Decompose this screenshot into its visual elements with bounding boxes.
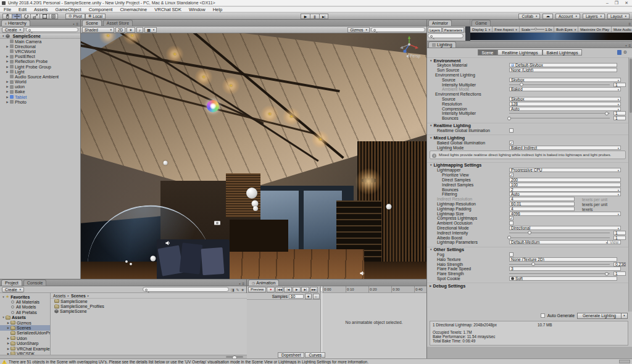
panel-menu-icon[interactable]: ≡ <box>76 22 78 26</box>
text-field[interactable]: 100 <box>509 183 621 187</box>
tree-item-scenes[interactable]: ▶Scenes <box>0 325 50 330</box>
gizmos-dropdown[interactable]: Gizmos▾ <box>347 27 370 33</box>
light-gizmo-icon[interactable]: ☀ <box>172 51 177 57</box>
hierarchy-item-vrcworld[interactable]: VRCWorld <box>0 49 80 54</box>
checkbox[interactable] <box>509 128 514 133</box>
speaker-gizmo-icon[interactable] <box>165 241 171 247</box>
foldout-icon[interactable]: ▼ <box>1 296 6 299</box>
slider-track[interactable] <box>509 233 610 233</box>
aspect-dropdown[interactable]: Free Aspect▾ <box>493 27 519 32</box>
scene-viewport[interactable]: ☀☀☀☀☀☀☀☀ Persp <box>81 33 426 279</box>
hierarchy-item-main-camera[interactable]: Main Camera <box>0 39 80 44</box>
checkbox[interactable] <box>509 252 514 257</box>
tree-item-serializedudonprograms[interactable]: SerializedUdonPrograms <box>0 331 50 336</box>
menu-component[interactable]: Component <box>85 7 117 12</box>
slider-thumb[interactable] <box>531 262 535 266</box>
animator-parameters-button[interactable]: Parameters <box>443 27 464 33</box>
slider-track[interactable] <box>509 113 610 114</box>
move-tool[interactable] <box>12 14 21 19</box>
shading-mode-dropdown[interactable]: Shaded▾ <box>82 27 114 33</box>
tab-console[interactable]: Console <box>23 279 47 286</box>
menu-file[interactable]: File <box>0 7 15 12</box>
checkbox[interactable]: ✓ <box>509 141 514 145</box>
status-bar[interactable]: There are 51 objects in the Scene with o… <box>0 358 632 364</box>
tree-item-udon[interactable]: ▶Udon <box>0 336 50 341</box>
lighting-tab-scene[interactable]: Scene <box>478 49 498 56</box>
dropdown-field[interactable]: Baked Indirect▾ <box>509 146 621 150</box>
dropdown-field[interactable]: Skybox▾ <box>509 97 621 101</box>
dropdown-field[interactable]: Auto▾ <box>509 107 621 111</box>
object-field[interactable]: Soft <box>509 276 617 281</box>
tree-item-favorites[interactable]: ▼★Favorites <box>0 294 50 299</box>
tab-hierarchy[interactable]: ≡Hierarchy <box>1 20 30 26</box>
dropdown-field[interactable]: Default-Medium▾ <box>509 240 609 244</box>
maximize-on-play-toggle[interactable]: Maximize On Play <box>578 27 612 32</box>
foldout-icon[interactable]: ▶ <box>5 55 10 58</box>
hierarchy-item-world[interactable]: ▶World <box>0 80 80 85</box>
speaker-gizmo-icon[interactable] <box>360 271 365 278</box>
foldout-icon[interactable]: ▶ <box>6 337 10 340</box>
lighting-section-mixed-lighting[interactable]: ▼Mixed Lighting <box>427 134 628 140</box>
tree-item-gizmos[interactable]: ▶Gizmos <box>0 320 50 325</box>
light-gizmo-icon[interactable]: ☀ <box>289 114 294 120</box>
generate-dropdown-arrow[interactable]: ▾ <box>622 313 628 319</box>
animator-layers-button[interactable]: Layers <box>428 27 442 33</box>
scale-slider[interactable]: Scale1.0x <box>520 27 554 32</box>
slider-thumb[interactable] <box>528 231 531 234</box>
search-by-label-icon[interactable]: ✎ <box>236 287 239 292</box>
slider-value-field[interactable]: 1 <box>613 236 626 240</box>
lock-icon[interactable]: ▪ <box>73 22 74 26</box>
tab-animation[interactable]: ◷Animation <box>248 279 279 286</box>
dropdown-field[interactable]: Directional▾ <box>509 226 621 230</box>
menu-assets[interactable]: Assets <box>30 7 52 12</box>
thumbnail-size-slider[interactable] <box>226 356 243 358</box>
play-button[interactable]: ▶ <box>301 14 310 19</box>
step-button[interactable]: ▶| <box>319 14 328 19</box>
tree-item-all-prefabs[interactable]: All Prefabs <box>0 310 50 315</box>
lighting-section-lightmapping-settings[interactable]: ▼Lightmapping Settings <box>427 162 628 168</box>
tree-item-all-models[interactable]: All Models <box>0 305 50 310</box>
text-field[interactable]: 4 <box>509 197 575 201</box>
dropdown-field[interactable]: 4096▾ <box>509 212 621 216</box>
tab-asset-store[interactable]: Asset Store <box>103 20 133 26</box>
presets-gear-icon[interactable]: ⚙ <box>623 50 627 55</box>
lighting-tab-baked-lightmaps[interactable]: Baked Lightmaps <box>543 49 583 56</box>
pause-button[interactable]: || <box>310 14 319 19</box>
dropdown-field[interactable]: Baked▾ <box>509 87 621 91</box>
game-viewport[interactable] <box>470 33 632 40</box>
view-button[interactable]: View <box>607 240 621 244</box>
tab-lighting[interactable]: Lighting <box>428 41 456 48</box>
hierarchy-item-directional[interactable]: ▶Directional <box>0 44 80 49</box>
transform-tool[interactable] <box>49 14 58 19</box>
light-probe-gizmo[interactable] <box>130 263 132 265</box>
slider-thumb[interactable] <box>507 236 511 239</box>
slider-value-field[interactable]: 1 <box>613 83 626 87</box>
light-gizmo-icon[interactable]: ☀ <box>201 74 206 80</box>
foldout-icon[interactable]: ▶ <box>6 347 10 350</box>
foldout-icon[interactable]: ▶ <box>5 60 10 63</box>
light-gizmo-icon[interactable]: ☀ <box>318 136 323 143</box>
slider-value-field[interactable]: 1 <box>613 271 626 276</box>
slider-value-field[interactable]: 1 <box>613 231 626 235</box>
display-dropdown[interactable]: Display 1▾ <box>470 27 493 32</box>
animator-search-input[interactable] <box>428 33 464 38</box>
persp-toggle-icon[interactable] <box>406 54 409 58</box>
dropdown-field[interactable]: 128▾ <box>509 102 621 106</box>
slider-value-field[interactable]: 1 <box>613 111 626 115</box>
foldout-icon[interactable]: ▶ <box>5 85 10 88</box>
menu-vrchat-sdk[interactable]: VRChat SDK <box>151 7 185 12</box>
close-button[interactable]: ✕ <box>625 1 628 6</box>
maximize-button[interactable]: ❐ <box>615 1 618 6</box>
foldout-icon[interactable]: ▶ <box>5 70 10 73</box>
slider-thumb[interactable] <box>605 272 609 276</box>
foldout-icon[interactable]: ▼ <box>1 316 6 319</box>
checkbox[interactable]: ✓ <box>509 173 514 177</box>
hierarchy-item-light-probe-group[interactable]: ▶Light Probe Group <box>0 64 80 69</box>
menu-gameobject[interactable]: GameObject <box>52 7 85 12</box>
object-field[interactable]: None (Light) <box>509 68 617 72</box>
project-search-input[interactable] <box>143 287 229 292</box>
both-eyes-dropdown[interactable]: Both Eyes▾ <box>554 27 578 32</box>
account-button[interactable]: Account▾ <box>555 14 580 19</box>
file-item-samplescene[interactable]: SampleScene <box>51 309 247 314</box>
foldout-icon[interactable]: ▶ <box>6 326 10 329</box>
